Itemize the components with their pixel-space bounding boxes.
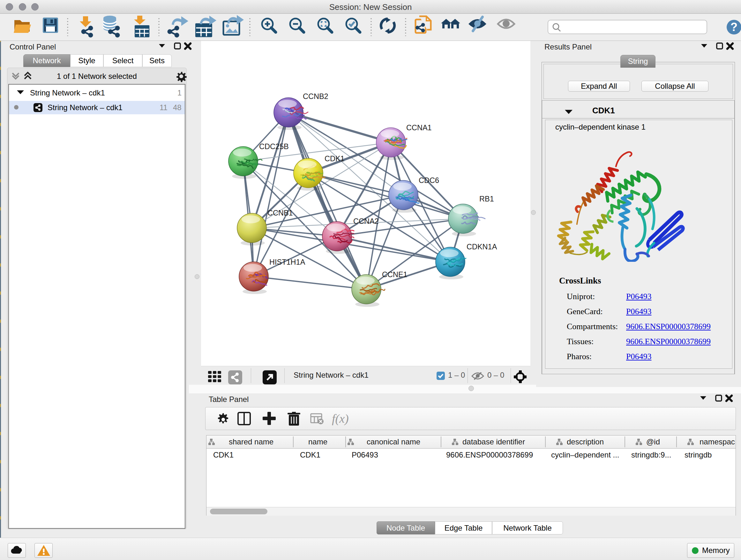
svg-text:database identifier: database identifier — [462, 437, 525, 446]
svg-text:namespac: namespac — [699, 437, 735, 446]
svg-text:CDK1: CDK1 — [325, 154, 345, 163]
svg-text:HIST1H1A: HIST1H1A — [269, 258, 306, 266]
svg-text:?: ? — [731, 20, 738, 34]
svg-text:RB1: RB1 — [479, 195, 494, 203]
svg-text:CCNA1: CCNA1 — [406, 124, 432, 132]
svg-text:CCNE1: CCNE1 — [382, 270, 408, 279]
svg-text:CCNA2: CCNA2 — [353, 217, 379, 226]
svg-text:CDKN1A: CDKN1A — [467, 243, 497, 251]
svg-text:shared name: shared name — [229, 437, 273, 446]
svg-text:CCNB1: CCNB1 — [267, 209, 293, 217]
svg-text:CDC6: CDC6 — [419, 176, 439, 185]
svg-text:CCNB2: CCNB2 — [303, 92, 328, 101]
svg-text:description: description — [567, 437, 604, 446]
svg-text:name: name — [308, 437, 327, 446]
svg-text:@id: @id — [646, 437, 660, 446]
svg-text:f(x): f(x) — [332, 412, 349, 426]
svg-text:CDC25B: CDC25B — [259, 142, 289, 151]
svg-text:canonical name: canonical name — [367, 437, 420, 446]
